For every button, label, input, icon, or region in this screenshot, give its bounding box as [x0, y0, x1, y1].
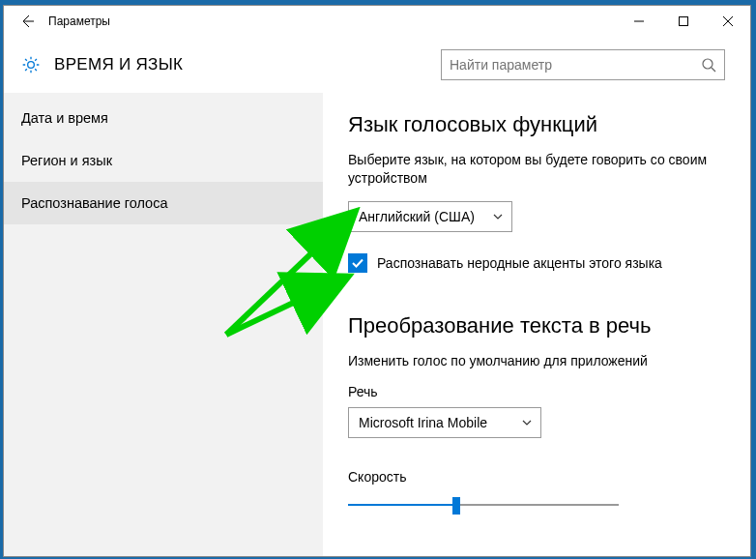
chevron-down-icon: [521, 417, 533, 428]
header: ВРЕМЯ И ЯЗЫК: [4, 37, 750, 93]
sidebar-item-label: Распознавание голоса: [21, 195, 168, 211]
gear-icon: [21, 55, 41, 74]
window-title: Параметры: [48, 15, 110, 28]
svg-rect-0: [680, 17, 688, 26]
sidebar-item-label: Дата и время: [21, 110, 108, 126]
titlebar: Параметры: [4, 6, 750, 37]
arrow-left-icon: [19, 14, 35, 29]
section-speech-language-desc: Выберите язык, на котором вы будете гово…: [348, 151, 725, 188]
speed-label: Скорость: [348, 469, 725, 485]
chevron-down-icon: [492, 211, 504, 222]
sidebar-item-date-time[interactable]: Дата и время: [4, 97, 323, 139]
close-button[interactable]: [706, 6, 750, 37]
slider-thumb[interactable]: [452, 497, 460, 515]
page-title: ВРЕМЯ И ЯЗЫК: [54, 55, 183, 74]
voice-label: Речь: [348, 384, 725, 399]
sidebar-item-region-language[interactable]: Регион и язык: [4, 139, 323, 182]
svg-point-1: [703, 59, 712, 69]
minimize-icon: [634, 16, 644, 26]
search-icon: [701, 57, 716, 73]
dropdown-value: Английский (США): [359, 209, 475, 224]
voice-dropdown[interactable]: Microsoft Irina Mobile: [348, 407, 541, 438]
settings-window: Параметры ВРЕМЯ И ЯЗЫК Дата и время Ре: [3, 5, 751, 557]
language-dropdown[interactable]: Английский (США): [348, 201, 512, 232]
sidebar: Дата и время Регион и язык Распознавание…: [4, 93, 323, 556]
dropdown-value: Microsoft Irina Mobile: [359, 415, 487, 430]
sidebar-item-label: Регион и язык: [21, 153, 112, 168]
section-tts-title: Преобразование текста в речь: [348, 313, 725, 338]
back-button[interactable]: [14, 8, 41, 35]
check-icon: [351, 256, 364, 270]
maximize-button[interactable]: [661, 6, 706, 37]
checkbox-label: Распознавать неродные акценты этого язык…: [377, 255, 662, 271]
search-box[interactable]: [441, 49, 725, 80]
sidebar-item-speech[interactable]: Распознавание голоса: [4, 182, 323, 224]
section-speech-language-title: Язык голосовых функций: [348, 112, 725, 137]
content-area: Дата и время Регион и язык Распознавание…: [4, 93, 750, 556]
main-panel: Язык голосовых функций Выберите язык, на…: [323, 93, 750, 556]
maximize-icon: [679, 16, 688, 26]
close-icon: [723, 16, 733, 26]
search-input[interactable]: [450, 57, 701, 73]
speed-slider[interactable]: [348, 492, 619, 519]
accents-checkbox[interactable]: [348, 253, 367, 273]
minimize-button[interactable]: [617, 6, 661, 37]
slider-fill: [348, 504, 456, 506]
accents-checkbox-row: Распознавать неродные акценты этого язык…: [348, 253, 725, 273]
section-tts-desc: Изменить голос по умолчанию для приложен…: [348, 352, 725, 370]
